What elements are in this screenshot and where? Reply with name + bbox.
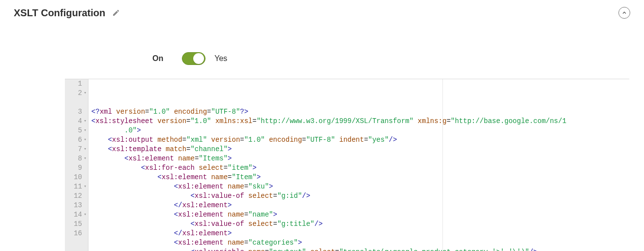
gutter-line: 8▾ <box>74 154 82 163</box>
gutter-line: 13 <box>74 201 82 210</box>
code-line[interactable]: </xsl:element> <box>91 201 566 210</box>
switch-knob <box>193 53 204 64</box>
fold-icon[interactable]: ▾ <box>84 145 86 154</box>
code-line[interactable]: </xsl:element> <box>91 229 566 238</box>
fold-icon[interactable]: ▾ <box>84 210 86 220</box>
code-line[interactable]: <?xml version="1.0" encoding="UTF-8"?> <box>91 107 566 117</box>
gutter-line: 12 <box>74 191 82 201</box>
code-line[interactable]: <xsl:value-of select="g:title"/> <box>91 220 566 229</box>
fold-icon[interactable]: ▾ <box>84 126 86 135</box>
gutter-line: 3 <box>74 107 82 117</box>
gutter-line: 6▾ <box>74 135 82 145</box>
toggle-value-label: Yes <box>214 54 227 63</box>
fold-icon[interactable]: ▾ <box>84 117 86 126</box>
code-line[interactable]: <xsl:element name="name"> <box>91 210 566 220</box>
gutter-line: 15 <box>74 220 82 229</box>
fold-icon[interactable]: ▾ <box>84 89 86 98</box>
gutter-line <box>74 98 82 107</box>
code-line[interactable]: .0"> <box>91 126 566 135</box>
fold-icon[interactable]: ▾ <box>84 182 86 191</box>
toggle-row: On Yes <box>152 23 644 79</box>
toggle-label: On <box>152 54 163 63</box>
gutter-line: 1 <box>74 79 82 89</box>
code-line[interactable]: <xsl:variable name="newtext" select="tra… <box>91 248 566 251</box>
code-line[interactable]: <xsl:element name="categories"> <box>91 238 566 248</box>
gutter-line: 11▾ <box>74 182 82 191</box>
gutter-line: 10 <box>74 173 82 182</box>
editor-code-area[interactable]: <?xml version="1.0" encoding="UTF-8"?><x… <box>88 79 569 251</box>
section-header: XSLT Configuration <box>0 0 644 23</box>
gutter-line: 9 <box>74 163 82 173</box>
gutter-line: 16 <box>74 229 82 238</box>
editor-print-margin <box>442 79 443 251</box>
gutter-line: 2▾ <box>74 89 82 98</box>
code-line[interactable]: <xsl:element name="sku"> <box>91 182 566 191</box>
gutter-line: 5▾ <box>74 126 82 135</box>
code-line[interactable]: <xsl:element name="Item"> <box>91 173 566 182</box>
fold-icon[interactable]: ▾ <box>84 154 86 163</box>
section-title: XSLT Configuration <box>14 7 105 19</box>
gutter-line: 14▾ <box>74 210 82 220</box>
code-line[interactable]: <xsl:for-each select="item"> <box>91 163 566 173</box>
code-line[interactable]: <xsl:template match="channel"> <box>91 145 566 154</box>
editor-gutter: 12▾34▾5▾6▾7▾8▾91011▾121314▾1516 <box>65 79 88 251</box>
code-line[interactable]: <xsl:value-of select="g:id"/> <box>91 191 566 201</box>
on-toggle-switch[interactable] <box>182 52 205 65</box>
gutter-line: 7▾ <box>74 145 82 154</box>
code-line[interactable]: <xsl:element name="Items"> <box>91 154 566 163</box>
code-line[interactable]: <xsl:stylesheet version="1.0" xmlns:xsl=… <box>91 117 566 126</box>
edit-icon[interactable] <box>112 9 120 17</box>
collapse-button[interactable] <box>618 7 630 19</box>
gutter-line: 4▾ <box>74 117 82 126</box>
fold-icon[interactable]: ▾ <box>84 135 86 145</box>
code-line[interactable]: <xsl:output method="xml" version="1.0" e… <box>91 135 566 145</box>
code-editor[interactable]: 12▾34▾5▾6▾7▾8▾91011▾121314▾1516 <?xml ve… <box>65 79 629 251</box>
